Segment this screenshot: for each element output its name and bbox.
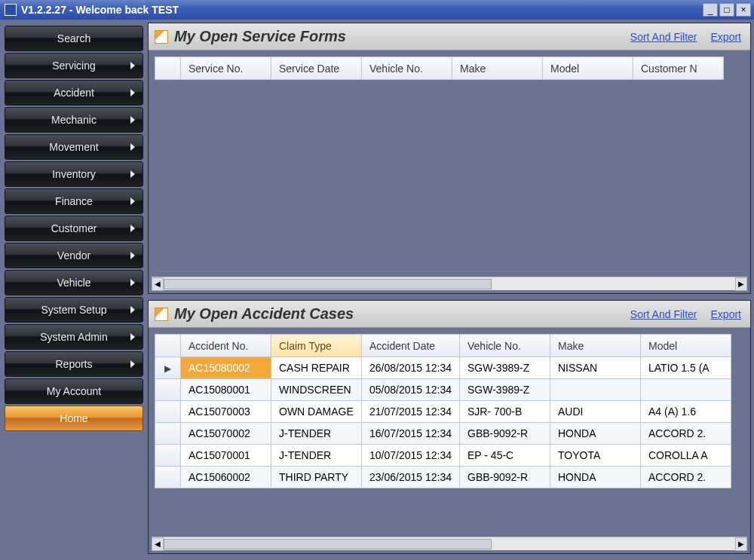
cell-model[interactable]: ACCORD 2. bbox=[641, 467, 731, 488]
column-header[interactable]: Customer N bbox=[633, 57, 724, 80]
sidebar-item-reports[interactable]: Reports bbox=[5, 351, 143, 377]
cell-vehicle-no[interactable]: SGW-3989-Z bbox=[460, 379, 550, 401]
cell-claim-type[interactable]: CASH REPAIR bbox=[271, 357, 362, 379]
cell-accident-no[interactable]: AC15080001 bbox=[181, 379, 271, 401]
cell-model[interactable] bbox=[641, 379, 731, 401]
cell-accident-date[interactable]: 21/07/2015 12:34 bbox=[362, 401, 460, 423]
sidebar-item-vendor[interactable]: Vendor bbox=[5, 243, 143, 268]
horizontal-scrollbar[interactable]: ◀ ▶ bbox=[152, 537, 747, 550]
maximize-button[interactable]: □ bbox=[719, 3, 734, 17]
cell-accident-no[interactable]: AC15070002 bbox=[181, 423, 271, 445]
cell-vehicle-no[interactable]: SJR- 700-B bbox=[460, 401, 550, 423]
cell-accident-no[interactable]: AC15070001 bbox=[181, 445, 271, 467]
table-row[interactable]: AC15060002THIRD PARTY23/06/2015 12:34GBB… bbox=[155, 467, 731, 488]
scroll-left-button[interactable]: ◀ bbox=[152, 277, 164, 291]
cell-claim-type[interactable]: J-TENDER bbox=[271, 445, 362, 467]
cell-make[interactable]: NISSAN bbox=[550, 357, 641, 379]
table-row[interactable]: AC15070002J-TENDER16/07/2015 12:34GBB-90… bbox=[155, 423, 731, 445]
cell-model[interactable]: COROLLA A bbox=[641, 445, 731, 467]
column-header[interactable]: Make bbox=[452, 57, 543, 80]
scroll-thumb[interactable] bbox=[164, 279, 492, 289]
cell-vehicle-no[interactable]: SGW-3989-Z bbox=[460, 357, 550, 379]
column-header[interactable]: Model bbox=[641, 335, 731, 357]
cell-claim-type[interactable]: THIRD PARTY bbox=[271, 467, 362, 488]
sidebar-item-label: My Account bbox=[47, 385, 101, 397]
table-row[interactable]: AC15070001J-TENDER10/07/2015 12:34EP - 4… bbox=[155, 445, 731, 467]
service-table: Service No.Service DateVehicle No.MakeMo… bbox=[155, 57, 724, 80]
sidebar-item-customer[interactable]: Customer bbox=[5, 216, 143, 241]
panel-header: My Open Service Forms Sort And Filter Ex… bbox=[149, 23, 750, 50]
cell-accident-date[interactable]: 10/07/2015 12:34 bbox=[362, 445, 460, 467]
accident-grid: Accident No.Claim TypeAccident DateVehic… bbox=[149, 328, 750, 537]
cell-model[interactable]: ACCORD 2. bbox=[641, 423, 731, 445]
sidebar-item-inventory[interactable]: Inventory bbox=[5, 161, 143, 187]
column-header[interactable]: Accident No. bbox=[181, 335, 271, 357]
cell-make[interactable]: AUDI bbox=[550, 401, 641, 423]
sort-and-filter-link[interactable]: Sort And Filter bbox=[630, 308, 697, 320]
chevron-right-icon bbox=[130, 89, 135, 96]
sidebar-item-label: Mechanic bbox=[51, 114, 97, 126]
column-header[interactable]: Model bbox=[543, 57, 633, 80]
column-header[interactable]: Vehicle No. bbox=[362, 57, 452, 80]
cell-accident-no[interactable]: AC15080002 bbox=[181, 357, 271, 379]
cell-claim-type[interactable]: WINDSCREEN bbox=[271, 379, 362, 401]
export-link[interactable]: Export bbox=[711, 308, 741, 320]
sidebar-item-label: Accident bbox=[54, 87, 94, 99]
column-header[interactable]: Service Date bbox=[271, 57, 362, 80]
column-header[interactable]: Vehicle No. bbox=[460, 335, 550, 357]
cell-accident-date[interactable]: 26/08/2015 12:34 bbox=[362, 357, 460, 379]
sidebar-item-finance[interactable]: Finance bbox=[5, 188, 143, 214]
row-indicator bbox=[155, 401, 181, 423]
sidebar-item-movement[interactable]: Movement bbox=[5, 134, 143, 160]
column-header[interactable]: Service No. bbox=[181, 57, 271, 80]
sidebar: SearchServicingAccidentMechanicMovementI… bbox=[0, 20, 148, 560]
cell-accident-date[interactable]: 23/06/2015 12:34 bbox=[362, 467, 460, 488]
sidebar-item-search[interactable]: Search bbox=[5, 26, 143, 51]
cell-vehicle-no[interactable]: EP - 45-C bbox=[460, 445, 550, 467]
scroll-left-button[interactable]: ◀ bbox=[152, 537, 164, 551]
cell-claim-type[interactable]: J-TENDER bbox=[271, 423, 362, 445]
window-title: V1.2.2.27 - Welcome back TEST bbox=[21, 4, 703, 16]
cell-accident-date[interactable]: 16/07/2015 12:34 bbox=[362, 423, 460, 445]
cell-model[interactable]: A4 (A) 1.6 bbox=[641, 401, 731, 423]
sidebar-item-home[interactable]: Home bbox=[5, 405, 143, 431]
cell-accident-no[interactable]: AC15060002 bbox=[181, 467, 271, 488]
cell-accident-no[interactable]: AC15070003 bbox=[181, 401, 271, 423]
row-indicator bbox=[155, 467, 181, 488]
panel-header: My Open Accident Cases Sort And Filter E… bbox=[149, 301, 750, 328]
cell-make[interactable]: TOYOTA bbox=[550, 445, 641, 467]
horizontal-scrollbar[interactable]: ◀ ▶ bbox=[152, 277, 747, 290]
table-row[interactable]: ▶AC15080002CASH REPAIR26/08/2015 12:34SG… bbox=[155, 357, 731, 379]
panel-title: My Open Service Forms bbox=[174, 28, 617, 45]
scroll-thumb[interactable] bbox=[164, 539, 492, 549]
cell-model[interactable]: LATIO 1.5 (A bbox=[641, 357, 731, 379]
sidebar-item-my-account[interactable]: My Account bbox=[5, 378, 143, 404]
cell-claim-type[interactable]: OWN DAMAGE bbox=[271, 401, 362, 423]
close-button[interactable]: × bbox=[736, 3, 751, 17]
panel-title: My Open Accident Cases bbox=[174, 305, 617, 323]
window-buttons: _ □ × bbox=[703, 3, 751, 17]
sidebar-item-mechanic[interactable]: Mechanic bbox=[5, 107, 143, 133]
sort-and-filter-link[interactable]: Sort And Filter bbox=[630, 31, 697, 43]
cell-vehicle-no[interactable]: GBB-9092-R bbox=[460, 423, 550, 445]
sidebar-item-system-setup[interactable]: System Setup bbox=[5, 297, 143, 323]
sidebar-item-accident[interactable]: Accident bbox=[5, 80, 143, 106]
cell-accident-date[interactable]: 05/08/2015 12:34 bbox=[362, 379, 460, 401]
sidebar-item-vehicle[interactable]: Vehicle bbox=[5, 270, 143, 295]
cell-make[interactable]: HONDA bbox=[550, 467, 641, 488]
table-row[interactable]: AC15080001WINDSCREEN05/08/2015 12:34SGW-… bbox=[155, 379, 731, 401]
minimize-button[interactable]: _ bbox=[703, 3, 718, 17]
sidebar-item-label: Vehicle bbox=[57, 277, 90, 289]
cell-vehicle-no[interactable]: GBB-9092-R bbox=[460, 467, 550, 488]
column-header[interactable]: Accident Date bbox=[362, 335, 460, 357]
export-link[interactable]: Export bbox=[711, 31, 741, 43]
cell-make[interactable]: HONDA bbox=[550, 423, 641, 445]
cell-make[interactable] bbox=[550, 379, 641, 401]
column-header[interactable]: Make bbox=[550, 335, 641, 357]
scroll-right-button[interactable]: ▶ bbox=[735, 277, 747, 291]
sidebar-item-system-admin[interactable]: System Admin bbox=[5, 324, 143, 350]
table-row[interactable]: AC15070003OWN DAMAGE21/07/2015 12:34SJR-… bbox=[155, 401, 731, 423]
column-header[interactable]: Claim Type bbox=[271, 335, 362, 357]
scroll-right-button[interactable]: ▶ bbox=[735, 537, 747, 551]
sidebar-item-servicing[interactable]: Servicing bbox=[5, 53, 143, 78]
